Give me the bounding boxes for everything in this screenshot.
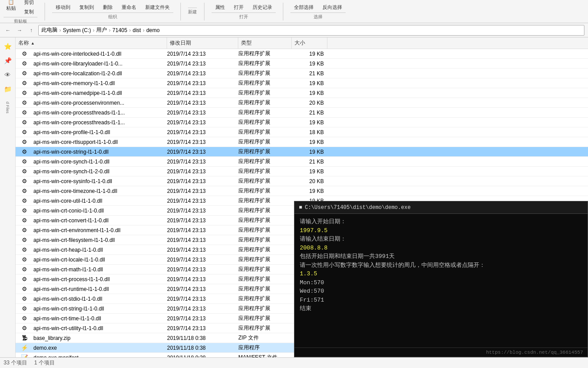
terminal-line: 请输入开始日期： (300, 217, 582, 226)
move-to-button[interactable]: 移动到 (52, 3, 74, 12)
terminal-titlebar: ■ C:\Users\71405\dist\demo\demo.exe (294, 201, 588, 214)
reverse-select-button[interactable]: 反向选择 (319, 3, 346, 12)
delete-button[interactable]: 删除 (99, 3, 116, 12)
file-size: 21 KB (292, 159, 327, 165)
file-name: api-ms-win-core-interlocked-l1-1-0.dll (33, 51, 167, 57)
open-button[interactable]: 打开 (230, 3, 247, 12)
file-name: api-ms-win-crt-environment-l1-1-0.dll (33, 227, 167, 233)
file-icon: ⚡ (16, 344, 33, 351)
copy-button[interactable]: 复制 (20, 8, 37, 16)
table-row[interactable]: ⚙ api-ms-win-core-synch-l1-2-0.dll 2019/… (16, 167, 588, 176)
file-size: 19 KB (292, 119, 327, 126)
filelist-area: 名称 ▲ 修改日期 类型 大小 ⚙ api-ms-win-core-interl… (16, 37, 588, 357)
breadcrumb-part-2[interactable]: 用户 (96, 26, 107, 34)
file-icon: ⚙ (16, 295, 33, 302)
table-row[interactable]: ⚙ api-ms-win-core-sysinfo-l1-1-0.dll 201… (16, 176, 588, 186)
table-row[interactable]: ⚙ api-ms-win-core-libraryloader-l1-1-0..… (16, 59, 588, 69)
copy-to-button[interactable]: 复制到 (76, 3, 98, 12)
breadcrumb-part-4[interactable]: dist (133, 27, 141, 33)
table-row[interactable]: ⚙ api-ms-win-core-processthreads-l1-1...… (16, 108, 588, 118)
breadcrumb-sep-2: › (109, 27, 110, 33)
file-date: 2019/7/14 23:13 (167, 159, 238, 165)
file-date: 2019/7/14 23:13 (167, 168, 238, 175)
new-folder-button[interactable]: 新建文件夹 (142, 3, 173, 12)
file-name: api-ms-win-crt-heap-l1-1-0.dll (33, 247, 167, 253)
col-header-name[interactable]: 名称 ▲ (16, 37, 167, 49)
file-date: 2019/7/14 23:13 (167, 119, 238, 126)
file-date: 2019/7/14 23:13 (167, 247, 238, 253)
file-name: api-ms-win-crt-string-l1-1-0.dll (33, 306, 167, 312)
column-headers: 名称 ▲ 修改日期 类型 大小 (16, 37, 588, 49)
table-row[interactable]: ⚙ api-ms-win-core-rtlsupport-l1-1-0.dll … (16, 137, 588, 147)
file-type: 应用程序扩展 (238, 207, 292, 214)
file-icon: ⚙ (16, 276, 33, 282)
table-row[interactable]: ⚙ api-ms-win-core-memory-l1-1-0.dll 2019… (16, 78, 588, 88)
file-type: 应用程序扩展 (238, 256, 292, 263)
breadcrumb-sep-4: › (143, 27, 144, 33)
file-name: demo.exe.manifest (33, 355, 167, 358)
paste-button[interactable]: 📋 粘贴 (4, 0, 19, 16)
file-type: 应用程序扩展 (238, 246, 292, 254)
terminal-line: 包括开始日期和结束日期一共3991天 (300, 252, 582, 261)
file-date: 2019/7/14 23:13 (167, 80, 238, 86)
file-name: api-ms-win-core-sysinfo-l1-1-0.dll (33, 178, 167, 184)
file-name: api-ms-win-crt-convert-l1-1-0.dll (33, 217, 167, 224)
cut-button[interactable]: 剪切 (20, 0, 37, 7)
table-row[interactable]: ⚙ api-ms-win-core-processthreads-l1-1...… (16, 118, 588, 127)
terminal-line: 请输入结束日期： (300, 235, 582, 244)
file-type: 应用程序扩展 (238, 305, 292, 312)
file-name: api-ms-win-crt-conio-l1-1-0.dll (33, 208, 167, 214)
terminal-line: Mon:570 (300, 278, 582, 287)
file-icon: ⚙ (16, 148, 33, 155)
table-row[interactable]: ⚙ api-ms-win-core-interlocked-l1-1-0.dll… (16, 49, 588, 59)
file-name: api-ms-win-crt-locale-l1-1-0.dll (33, 257, 167, 263)
breadcrumb-part-3[interactable]: 71405 (112, 27, 127, 33)
file-icon: ⚙ (16, 286, 33, 292)
sidebar-icon-2[interactable]: 👁 (2, 70, 13, 80)
file-icon: ⚙ (16, 325, 33, 331)
file-name: api-ms-win-crt-stdio-l1-1-0.dll (33, 296, 167, 302)
file-name: api-ms-win-core-synch-l1-1-0.dll (33, 159, 167, 165)
file-type: 应用程序扩展 (238, 50, 292, 57)
table-row[interactable]: ⚙ api-ms-win-core-localization-l1-2-0.dl… (16, 69, 588, 78)
file-name: api-ms-win-core-util-l1-1-0.dll (33, 198, 167, 204)
file-icon: ⚙ (16, 315, 33, 322)
paste-icon: 📋 (8, 0, 14, 5)
table-row[interactable]: ⚙ api-ms-win-core-profile-l1-1-0.dll 201… (16, 127, 588, 137)
table-row[interactable]: ⚙ api-ms-win-core-synch-l1-1-0.dll 2019/… (16, 157, 588, 167)
file-name: api-ms-win-core-string-l1-1-0.dll (33, 149, 167, 155)
file-type: 应用程序扩展 (238, 119, 292, 126)
file-icon: ⚙ (16, 50, 33, 57)
select-all-button[interactable]: 全部选择 (290, 3, 317, 12)
col-header-size[interactable]: 大小 (292, 37, 327, 49)
breadcrumb-part-1[interactable]: System (C:) (63, 27, 91, 33)
sidebar-icon-1[interactable]: 📌 (2, 55, 13, 66)
breadcrumb-part-5[interactable]: demo (146, 27, 159, 33)
status-selected: 1 个项目 (34, 359, 55, 367)
properties-button[interactable]: 属性 (212, 3, 229, 12)
file-size: 19 KB (292, 80, 327, 86)
table-row[interactable]: ⚙ api-ms-win-core-processenvironmen... 2… (16, 98, 588, 108)
file-type: 应用程序扩展 (238, 187, 292, 195)
breadcrumb[interactable]: 此电脑 › System (C:) › 用户 › 71405 › dist › … (38, 25, 584, 36)
forward-button[interactable]: → (15, 26, 24, 35)
rename-button[interactable]: 重命名 (118, 3, 140, 12)
file-type: 应用程序扩展 (238, 275, 292, 283)
file-date: 2019/7/14 23:13 (167, 276, 238, 282)
back-button[interactable]: ← (4, 26, 12, 35)
table-row[interactable]: ⚙ api-ms-win-core-timezone-l1-1-0.dll 20… (16, 186, 588, 196)
table-row[interactable]: ⚙ api-ms-win-core-string-l1-1-0.dll 2019… (16, 147, 588, 157)
col-header-type[interactable]: 类型 (238, 37, 292, 49)
file-icon: ⚙ (16, 109, 33, 116)
history-button[interactable]: 历史记录 (249, 3, 276, 12)
file-type: 应用程序扩展 (238, 60, 292, 67)
col-header-date[interactable]: 修改日期 (167, 37, 238, 49)
sidebar-icon-3[interactable]: 📁 (2, 84, 13, 94)
breadcrumb-part-0[interactable]: 此电脑 (41, 26, 57, 34)
sidebar-label-files: d Files (5, 102, 10, 114)
table-row[interactable]: ⚙ api-ms-win-core-namedpipe-l1-1-0.dll 2… (16, 88, 588, 98)
sidebar-icon-0[interactable]: ⭐ (2, 41, 13, 52)
clipboard-group: 📋 粘贴 剪切 复制 剪贴板 (4, 0, 37, 25)
up-button[interactable]: ↑ (27, 26, 36, 35)
file-size: 19 KB (292, 61, 327, 67)
